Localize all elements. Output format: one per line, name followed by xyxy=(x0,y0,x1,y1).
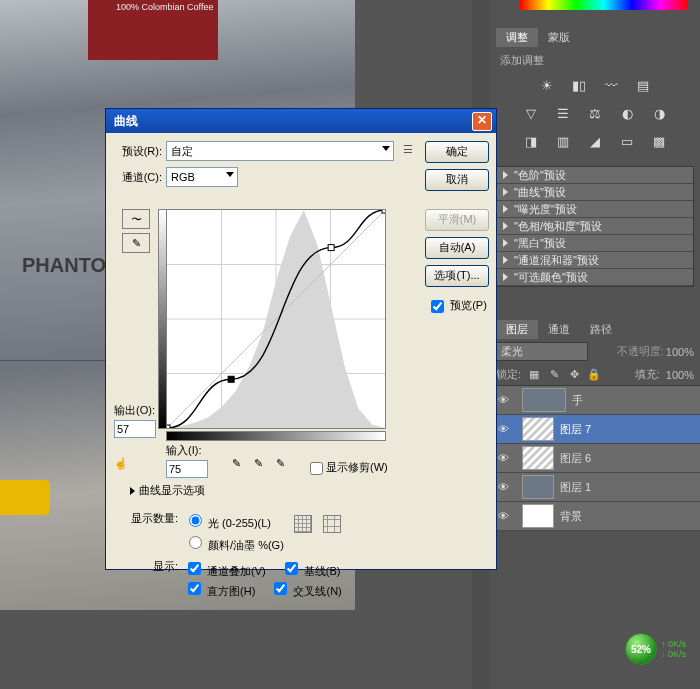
posterize-icon[interactable]: ▥ xyxy=(551,130,575,152)
channel-select[interactable]: RGB xyxy=(166,167,238,187)
fill-label: 填充: xyxy=(635,367,660,382)
layer-thumb[interactable] xyxy=(522,417,554,441)
invert-icon[interactable]: ◨ xyxy=(519,130,543,152)
disclosure-icon xyxy=(503,188,508,196)
layer-row[interactable]: 👁 图层 7 xyxy=(490,415,700,444)
layer-row[interactable]: 👁 背景 xyxy=(490,502,700,531)
layer-row[interactable]: 👁 手 xyxy=(490,386,700,415)
photo-filter-icon[interactable]: ◑ xyxy=(647,102,671,124)
network-hud: 52% ↑ 0K/s ↓ 0K/s xyxy=(625,633,686,665)
preset-huesat[interactable]: "色相/饱和度"预设 xyxy=(497,218,693,235)
cb-histogram[interactable]: 直方图(H) xyxy=(184,585,255,597)
svg-rect-8 xyxy=(167,425,170,428)
grid-fine-icon[interactable] xyxy=(294,515,312,533)
lock-position-icon[interactable]: ✥ xyxy=(567,368,581,382)
gradmap-icon[interactable]: ▭ xyxy=(615,130,639,152)
bw-icon[interactable]: ◐ xyxy=(615,102,639,124)
tab-paths[interactable]: 路径 xyxy=(580,320,622,339)
brightness-icon[interactable]: ☀ xyxy=(535,74,559,96)
lock-transparent-icon[interactable]: ▦ xyxy=(527,368,541,382)
white-point-eyedropper[interactable]: ✎ xyxy=(276,457,292,473)
adjustment-presets: "色阶"预设 "曲线"预设 "曝光度"预设 "色相/饱和度"预设 "黑白"预设 … xyxy=(496,166,694,287)
svg-rect-11 xyxy=(382,210,385,213)
auto-button[interactable]: 自动(A) xyxy=(425,237,489,259)
adjustments-tabs: 调整 蒙版 xyxy=(496,28,700,47)
preset-label: 预设(R): xyxy=(114,144,162,159)
levels-icon[interactable]: ▮▯ xyxy=(567,74,591,96)
preset-select[interactable]: 自定 xyxy=(166,141,394,161)
channel-label: 通道(C): xyxy=(114,170,162,185)
options-button[interactable]: 选项(T)... xyxy=(425,265,489,287)
hud-speeds: ↑ 0K/s ↓ 0K/s xyxy=(661,639,686,659)
layer-row[interactable]: 👁 图层 6 xyxy=(490,444,700,473)
cb-baseline[interactable]: 基线(B) xyxy=(281,565,341,577)
preset-bw[interactable]: "黑白"预设 xyxy=(497,235,693,252)
dialog-title: 曲线 xyxy=(110,113,472,130)
hue-sat-icon[interactable]: ☰ xyxy=(551,102,575,124)
tab-channels[interactable]: 通道 xyxy=(538,320,580,339)
adjustments-icons-row2: ▽ ☰ ⚖ ◐ ◑ xyxy=(490,102,700,124)
layer-thumb[interactable] xyxy=(522,388,566,412)
black-point-eyedropper[interactable]: ✎ xyxy=(232,457,248,473)
cancel-button[interactable]: 取消 xyxy=(425,169,489,191)
input-gradient xyxy=(166,431,386,441)
preset-exposure[interactable]: "曝光度"预设 xyxy=(497,201,693,218)
curves-dialog: 曲线 ✕ 预设(R): 自定 ☰ 通道(C): RGB 〜 ✎ xyxy=(105,108,497,570)
blend-mode-select[interactable]: 柔光 xyxy=(496,342,588,361)
disclosure-icon xyxy=(503,205,508,213)
close-icon[interactable]: ✕ xyxy=(472,112,492,131)
grid-coarse-icon[interactable] xyxy=(323,515,341,533)
threshold-icon[interactable]: ◢ xyxy=(583,130,607,152)
lock-pixels-icon[interactable]: ✎ xyxy=(547,368,561,382)
add-adjustment-label: 添加调整 xyxy=(500,53,700,68)
hud-percent[interactable]: 52% xyxy=(625,633,657,665)
curve-display-options-toggle[interactable]: 曲线显示选项 xyxy=(130,483,205,498)
layer-thumb[interactable] xyxy=(522,475,554,499)
hand-target-icon[interactable]: ☝ xyxy=(114,457,130,473)
output-input[interactable] xyxy=(114,420,156,438)
dialog-titlebar[interactable]: 曲线 ✕ xyxy=(106,109,496,133)
layer-thumb[interactable] xyxy=(522,504,554,528)
ok-button[interactable]: 确定 xyxy=(425,141,489,163)
lock-label: 锁定: xyxy=(496,367,521,382)
layer-thumb[interactable] xyxy=(522,446,554,470)
layer-name: 图层 1 xyxy=(560,480,591,495)
curve-point-tool[interactable]: 〜 xyxy=(122,209,150,229)
gray-point-eyedropper[interactable]: ✎ xyxy=(254,457,270,473)
disclosure-icon xyxy=(503,222,508,230)
opacity-label: 不透明度: xyxy=(617,344,664,359)
opacity-value[interactable]: 100% xyxy=(666,346,694,358)
lock-all-icon[interactable]: 🔒 xyxy=(587,368,601,382)
preset-channelmixer[interactable]: "通道混和器"预设 xyxy=(497,252,693,269)
display-options: 显示数量: 光 (0-255)(L) 颜料/油墨 %(G) 显示: 通道叠加(V… xyxy=(122,511,354,605)
adjustments-icons-row3: ◨ ▥ ◢ ▭ ▩ xyxy=(490,130,700,152)
cb-channel-overlay[interactable]: 通道叠加(V) xyxy=(184,565,266,577)
vibrance-icon[interactable]: ▽ xyxy=(519,102,543,124)
layers-panel: 图层 通道 路径 柔光 不透明度: 100% 锁定: ▦ ✎ ✥ 🔒 填充: 1… xyxy=(490,320,700,531)
radio-ink[interactable]: 颜料/油墨 %(G) xyxy=(184,539,284,551)
svg-rect-9 xyxy=(228,376,234,382)
color-balance-icon[interactable]: ⚖ xyxy=(583,102,607,124)
hue-bar[interactable] xyxy=(520,0,688,10)
curves-icon[interactable]: 〰 xyxy=(599,74,623,96)
selcolor-icon[interactable]: ▩ xyxy=(647,130,671,152)
curve-pencil-tool[interactable]: ✎ xyxy=(122,233,150,253)
layer-row[interactable]: 👁 图层 1 xyxy=(490,473,700,502)
tab-layers[interactable]: 图层 xyxy=(496,320,538,339)
fill-value[interactable]: 100% xyxy=(666,369,694,381)
preset-levels[interactable]: "色阶"预设 xyxy=(497,167,693,184)
layer-name: 图层 7 xyxy=(560,422,591,437)
preset-curves[interactable]: "曲线"预设 xyxy=(497,184,693,201)
tab-adjustments[interactable]: 调整 xyxy=(496,28,538,47)
cb-intersection[interactable]: 交叉线(N) xyxy=(270,585,341,597)
exposure-icon[interactable]: ▤ xyxy=(631,74,655,96)
tab-masks[interactable]: 蒙版 xyxy=(538,28,580,47)
preset-selectivecolor[interactable]: "可选颜色"预设 xyxy=(497,269,693,286)
radio-light[interactable]: 光 (0-255)(L) xyxy=(184,517,271,529)
preview-checkbox[interactable]: 预览(P) xyxy=(427,297,487,316)
disclosure-icon xyxy=(503,171,508,179)
svg-rect-10 xyxy=(328,245,334,251)
curve-graph[interactable] xyxy=(166,209,384,427)
show-clipping-checkbox[interactable]: 显示修剪(W) xyxy=(306,459,388,478)
preset-menu-icon[interactable]: ☰ xyxy=(400,143,416,159)
